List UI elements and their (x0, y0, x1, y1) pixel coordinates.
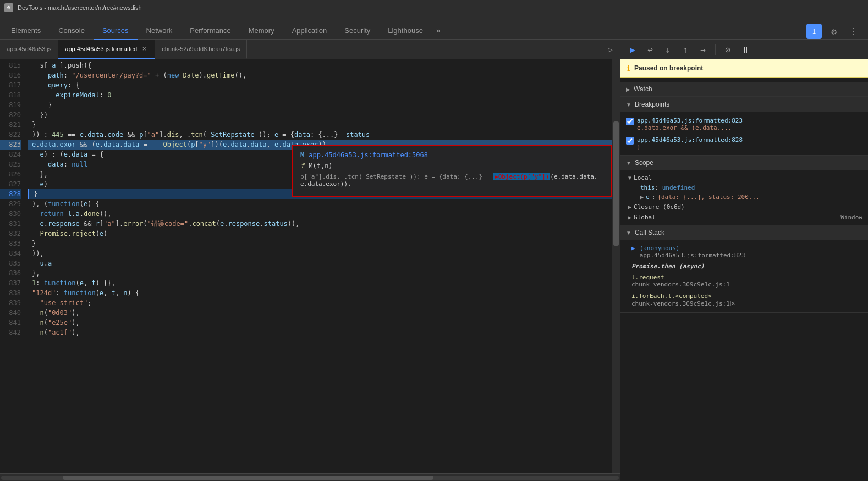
code-area: 815 816 817 818 819 820 821 822 823 824 … (0, 59, 620, 481)
bp2-checkbox[interactable] (626, 137, 634, 145)
breakpoints-header[interactable]: ▼ Breakpoints (620, 97, 868, 112)
debug-content[interactable]: ▶ Watch ▼ Breakpoints app.45d46a53.js:fo… (620, 78, 868, 481)
code-line-831: e.response && r["a"].error("错误code=".con… (28, 219, 612, 229)
step-into-btn[interactable]: ↓ (660, 42, 675, 57)
this-val: undefined (662, 184, 695, 191)
tooltip-row-3: p["a"].dis, .tcn( SetRepstate )); e = {d… (300, 173, 603, 187)
call-stack-label: Call Stack (635, 229, 664, 236)
watch-section: ▶ Watch (620, 82, 868, 97)
resume-btn[interactable]: ▶ (625, 42, 640, 57)
step-over-btn[interactable]: ↩ (642, 42, 658, 57)
tab-console[interactable]: Console (50, 22, 94, 40)
code-line-829: ), (function(e) { (28, 199, 612, 209)
cs-item-1[interactable]: ▶ (anonymous) app.45d46a53.js:formatted:… (620, 242, 868, 261)
global-scope[interactable]: ▶ Global Window (620, 212, 868, 223)
file-tab-3[interactable]: chunk-52a9add8.beaa7fea.js (155, 40, 247, 59)
ln-834: 834 (0, 248, 21, 258)
cs-item-4[interactable]: i.forEach.l.<computed> chunk-vendors.309… (620, 290, 868, 310)
ln-827: 827 (0, 179, 21, 189)
cs-1-loc: app.45d46a53.js:formatted:823 (640, 252, 745, 259)
call-stack-header[interactable]: ▼ Call Stack (620, 225, 868, 240)
more-tabs-icon[interactable]: » (432, 22, 444, 39)
h-scrollbar-track[interactable] (1, 476, 619, 480)
horizontal-scrollbar[interactable] (0, 473, 620, 481)
code-line-833: } (28, 239, 612, 248)
cs-async: Promise.then (async) (620, 261, 868, 272)
ln-831: 831 (0, 219, 21, 229)
code-line-830: return l.a.done(), (28, 209, 612, 219)
tab-memory[interactable]: Memory (240, 22, 283, 40)
deactivate-breakpoints-btn[interactable]: ⊘ (720, 42, 735, 57)
code-lines[interactable]: s[ a ].push({ path: "/usercenter/pay?d="… (28, 59, 612, 473)
run-code-icon[interactable]: ▷ (601, 40, 620, 59)
file-tab-2[interactable]: app.45d46a53.js:formatted × (58, 40, 155, 59)
tab-sources[interactable]: Sources (94, 22, 138, 40)
ln-825: 825 (0, 159, 21, 169)
local-arrow-icon: ▼ (628, 175, 631, 181)
cs-async-label: Promise.then (async) (631, 263, 704, 270)
tooltip-popup: M app.45d46a53.js:formatted:5068 f M(t,n… (292, 145, 612, 197)
bp2-condition: } (637, 143, 743, 151)
e-arrow-icon[interactable]: ▶ (640, 194, 644, 200)
notification-badge[interactable]: 1 (806, 24, 822, 39)
cs-1-fn: (anonymous) (640, 245, 680, 252)
h-scrollbar-thumb[interactable] (63, 476, 433, 480)
global-label: Global (634, 214, 656, 221)
tab-network[interactable]: Network (138, 22, 182, 40)
tab-elements[interactable]: Elements (2, 22, 50, 40)
cs-4-fn: i.forEach.l.<computed> (631, 292, 712, 300)
code-line-835: u.a (28, 258, 612, 268)
breakpoints-label: Breakpoints (635, 101, 669, 108)
close-tab-icon[interactable]: × (140, 45, 148, 53)
info-icon: ℹ (627, 64, 630, 73)
scope-this: this: undefined (620, 183, 868, 192)
scrollbar-track[interactable] (612, 59, 620, 473)
ln-818: 818 (0, 90, 21, 100)
scope-section: ▼ Scope ▼ Local this: undefined ▶ e: {da… (620, 156, 868, 225)
ln-833: 833 (0, 239, 21, 248)
vertical-scrollbar[interactable] (612, 59, 620, 473)
code-line-817: query: { (28, 80, 612, 90)
bp2-info: app.45d46a53.js:formatted:828 } (637, 136, 743, 151)
ln-829: 829 (0, 199, 21, 209)
scrollbar-thumb[interactable] (613, 121, 619, 246)
scope-header[interactable]: ▼ Scope (620, 156, 868, 170)
ln-828: 828 (0, 189, 21, 199)
paused-banner: ℹ Paused on breakpoint (620, 59, 868, 78)
watch-header[interactable]: ▶ Watch (620, 82, 868, 97)
tab-security[interactable]: Security (336, 22, 379, 40)
pause-exceptions-btn[interactable]: ⏸ (738, 42, 753, 57)
tooltip-highlight: ▶Object(p["y"]) (493, 173, 550, 180)
code-scroll[interactable]: 815 816 817 818 819 820 821 822 823 824 … (0, 59, 620, 473)
code-line-818: expireModal: 0 (28, 90, 612, 100)
settings-icon[interactable]: ⚙ (826, 24, 842, 39)
more-options-icon[interactable]: ⋮ (846, 24, 861, 39)
global-arrow-icon: ▶ (628, 214, 631, 220)
tooltip-link[interactable]: app.45d46a53.js:formatted:5068 (309, 151, 428, 159)
code-line-838: "124d": function(e, t, n) { (28, 288, 612, 298)
ln-824: 824 (0, 150, 21, 159)
code-line-842: n("ac1f"), (28, 328, 612, 338)
cs-item-3[interactable]: l.request chunk-vendors.309c9e1c.js:1 (620, 272, 868, 290)
tab-application[interactable]: Application (283, 22, 336, 40)
watch-label: Watch (634, 85, 652, 93)
call-stack-arrow-icon: ▼ (626, 230, 631, 236)
tab-lighthouse[interactable]: Lighthouse (379, 22, 432, 40)
step-btn[interactable]: → (695, 42, 711, 57)
global-val: Window (840, 214, 862, 221)
bp1-checkbox[interactable] (626, 118, 634, 125)
closure-scope[interactable]: ▶ Closure (0c6d) (620, 202, 868, 212)
code-line-834: )), (28, 248, 612, 258)
tooltip-row-1: M app.45d46a53.js:formatted:5068 (300, 151, 603, 159)
ln-819: 819 (0, 100, 21, 110)
ln-839: 839 (0, 298, 21, 308)
file-tab-1-label: app.45d46a53.js (7, 46, 51, 52)
step-out-btn[interactable]: ↑ (678, 42, 693, 57)
file-tab-1[interactable]: app.45d46a53.js (0, 40, 58, 59)
local-scope[interactable]: ▼ Local (620, 173, 868, 183)
call-stack-content: ▶ (anonymous) app.45d46a53.js:formatted:… (620, 240, 868, 312)
right-panel: ▶ ↩ ↓ ↑ → ⊘ ⏸ ℹ Paused on breakpoint ▶ W… (620, 40, 868, 481)
bp1-condition: e.data.exor && (e.data.... (637, 124, 743, 131)
tab-performance[interactable]: Performance (181, 22, 239, 40)
cs-3-loc: chunk-vendors.309c9e1c.js:1 (631, 281, 862, 288)
